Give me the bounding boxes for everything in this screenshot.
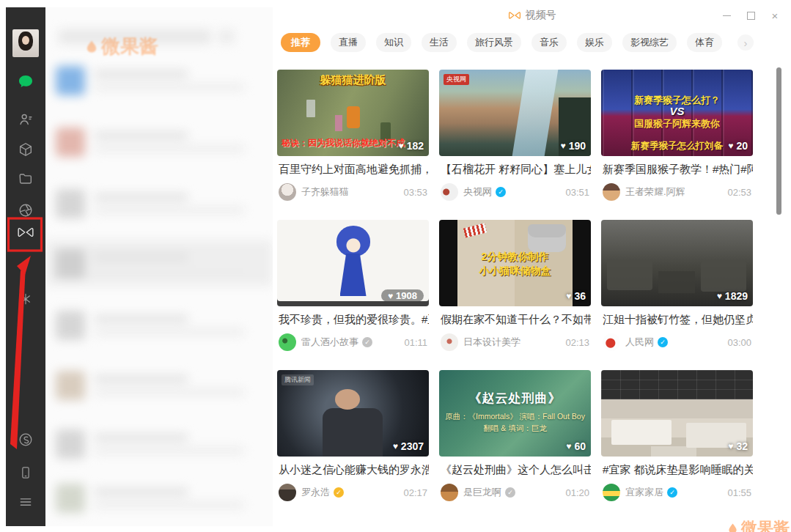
- search-input[interactable]: [59, 29, 211, 44]
- video-meta: 宜家家居 ✓ 01:55: [601, 484, 753, 501]
- author-avatar[interactable]: [441, 183, 458, 201]
- author-name[interactable]: 雷人酒小故事: [301, 336, 358, 349]
- video-card[interactable]: 2分钟教你制作 小小猫咪储物盒 ♥36 假期在家不知道干什么？不如带... 日本…: [439, 220, 591, 351]
- sidebar-item-channels[interactable]: [17, 223, 34, 241]
- video-thumbnail[interactable]: ♥32: [601, 370, 753, 457]
- video-title[interactable]: 百里守约上对面高地避免抓捕，...: [277, 162, 429, 177]
- like-count: ♥36: [566, 290, 586, 302]
- chat-list-item[interactable]: [56, 311, 265, 346]
- thumbnail-overlay-text: 躲猫猫进阶版: [277, 73, 429, 87]
- chat-list-item[interactable]: [56, 66, 265, 101]
- chat-list-item[interactable]: [56, 128, 265, 163]
- video-title[interactable]: 江姐十指被钉竹签，但她仍坚贞...: [601, 312, 753, 327]
- maximize-button[interactable]: [745, 10, 757, 21]
- video-duration: 02:13: [565, 337, 589, 348]
- video-thumbnail[interactable]: 新赛季猴子怎么打？ VS 国服猴子阿辉来教你 新赛季猴子怎么打刘备 ♥20: [601, 70, 753, 156]
- heart-icon: ♥: [566, 291, 571, 301]
- minimize-button[interactable]: [721, 10, 732, 21]
- more-tabs-button[interactable]: ›: [737, 34, 754, 51]
- category-tab[interactable]: 知识: [376, 33, 411, 52]
- category-tab[interactable]: 影视综艺: [622, 33, 677, 52]
- author-avatar[interactable]: [279, 333, 296, 351]
- video-title[interactable]: 《赵云处刑曲》这个人怎么叫击...: [439, 462, 591, 477]
- heart-icon: ♥: [728, 441, 733, 451]
- user-avatar[interactable]: [12, 29, 39, 57]
- sidebar-item-contacts[interactable]: [17, 111, 34, 128]
- video-card[interactable]: 躲猫猫进阶版 秘诀：因为我说话你就绝对不成 ♥182 百里守约上对面高地避免抓捕…: [277, 70, 429, 201]
- video-duration: 01:55: [727, 487, 751, 498]
- author-name[interactable]: 王者荣耀.阿辉: [625, 185, 685, 199]
- video-title[interactable]: 假期在家不知道干什么？不如带...: [439, 312, 591, 327]
- sparkle-icon: [18, 292, 33, 306]
- category-tab[interactable]: 推荐: [281, 33, 320, 52]
- sidebar-item-moments[interactable]: [17, 202, 34, 219]
- thumbnail-overlay-text: 新赛季猴子怎么打？: [601, 94, 753, 107]
- category-tabs: 推荐直播知识生活旅行风景音乐娱乐影视综艺体育: [281, 33, 722, 52]
- video-card[interactable]: 新赛季猴子怎么打？ VS 国服猴子阿辉来教你 新赛季猴子怎么打刘备 ♥20 新赛…: [601, 70, 753, 201]
- sidebar-item-favorites[interactable]: [17, 141, 34, 158]
- video-card[interactable]: ♥32 #宜家 都说床垫是影响睡眠的关... 宜家家居 ✓ 01:55: [601, 370, 753, 501]
- chat-list-item[interactable]: [56, 189, 265, 224]
- sidebar-item-chats[interactable]: [17, 73, 34, 91]
- category-tab[interactable]: 直播: [331, 33, 366, 52]
- scrollbar-thumb[interactable]: [776, 67, 781, 215]
- video-title[interactable]: 我不珍贵，但我的爱很珍贵。#王...: [277, 312, 429, 327]
- verified-badge: ✓: [505, 487, 515, 498]
- video-card[interactable]: 腾讯新闻 ♥2307 从小迷之信心能赚大钱的罗永浩... 罗永浩 ✓ 02:17: [277, 370, 429, 501]
- video-card[interactable]: 《赵云处刑曲》 原曲：《Immortals》 演唱：Fall Out Boy 翻…: [439, 370, 591, 501]
- sidebar: [6, 7, 45, 526]
- category-tab[interactable]: 旅行风景: [467, 33, 521, 52]
- sidebar-item-menu[interactable]: [17, 493, 34, 511]
- video-thumbnail[interactable]: 《赵云处刑曲》 原曲：《Immortals》 演唱：Fall Out Boy 翻…: [439, 370, 591, 457]
- video-title[interactable]: 从小迷之信心能赚大钱的罗永浩...: [277, 462, 429, 477]
- sidebar-item-search[interactable]: [17, 290, 34, 308]
- category-tab[interactable]: 生活: [422, 33, 457, 52]
- category-tab[interactable]: 娱乐: [577, 33, 612, 52]
- category-tab[interactable]: 体育: [687, 33, 722, 52]
- author-name[interactable]: 子齐躲猫猫: [301, 185, 349, 199]
- add-chat-button[interactable]: [218, 29, 235, 44]
- video-card[interactable]: 央视网 ♥190 【石榴花开 籽籽同心】塞上儿女... 央视网 ✓ 03:51: [439, 70, 591, 201]
- video-grid: 躲猫猫进阶版 秘诀：因为我说话你就绝对不成 ♥182 百里守约上对面高地避免抓捕…: [277, 70, 753, 501]
- video-title[interactable]: 新赛季国服猴子教学！#热门#阿...: [601, 162, 753, 177]
- chat-list-item[interactable]: [56, 429, 265, 465]
- chat-list-item[interactable]: [56, 249, 265, 284]
- sidebar-item-files[interactable]: [17, 170, 34, 188]
- chat-list-item[interactable]: [56, 484, 265, 519]
- category-tab[interactable]: 音乐: [531, 33, 567, 52]
- close-button[interactable]: ×: [769, 10, 781, 21]
- video-thumbnail[interactable]: 央视网 ♥190: [439, 70, 591, 156]
- heart-icon: ♥: [393, 441, 398, 451]
- video-title[interactable]: #宜家 都说床垫是影响睡眠的关...: [601, 462, 753, 477]
- author-name[interactable]: 人民网: [625, 336, 654, 349]
- author-avatar[interactable]: [441, 333, 458, 351]
- video-thumbnail[interactable]: 躲猫猫进阶版 秘诀：因为我说话你就绝对不成 ♥182: [277, 70, 429, 156]
- author-avatar[interactable]: [603, 484, 620, 501]
- thumbnail-overlay-text: 国服猴子阿辉来教你: [601, 117, 753, 130]
- video-card[interactable]: ♥1908 我不珍贵，但我的爱很珍贵。#王... 雷人酒小故事 ✓ 01:11: [277, 220, 429, 351]
- favorites-box-icon: [18, 141, 34, 158]
- author-name[interactable]: 宜家家居: [625, 486, 663, 499]
- video-thumbnail[interactable]: ♥1908: [277, 220, 429, 306]
- video-card[interactable]: ♥1829 江姐十指被钉竹签，但她仍坚贞... 人民网 ✓ 03:00: [601, 220, 753, 351]
- sidebar-item-phone[interactable]: [17, 464, 34, 481]
- author-name[interactable]: 日本设计美学: [463, 336, 520, 349]
- author-avatar[interactable]: [441, 484, 458, 501]
- chat-list-item[interactable]: [56, 371, 265, 406]
- sidebar-item-miniprograms[interactable]: [17, 431, 34, 448]
- video-thumbnail[interactable]: 腾讯新闻 ♥2307: [277, 370, 429, 457]
- author-name[interactable]: 是巨龙啊: [463, 486, 501, 499]
- author-avatar[interactable]: [603, 333, 620, 351]
- author-avatar[interactable]: [279, 484, 296, 501]
- video-meta: 王者荣耀.阿辉 02:53: [601, 183, 753, 201]
- author-name[interactable]: 罗永浩: [301, 486, 330, 499]
- author-avatar[interactable]: [603, 183, 620, 201]
- author-name[interactable]: 央视网: [463, 185, 492, 199]
- like-count: ♥182: [399, 140, 424, 152]
- video-thumbnail[interactable]: 2分钟教你制作 小小猫咪储物盒 ♥36: [439, 220, 591, 306]
- channels-header: 视频号: [273, 9, 791, 22]
- heart-icon: ♥: [728, 141, 733, 151]
- author-avatar[interactable]: [279, 183, 296, 201]
- video-thumbnail[interactable]: ♥1829: [601, 220, 753, 306]
- video-title[interactable]: 【石榴花开 籽籽同心】塞上儿女...: [439, 162, 591, 177]
